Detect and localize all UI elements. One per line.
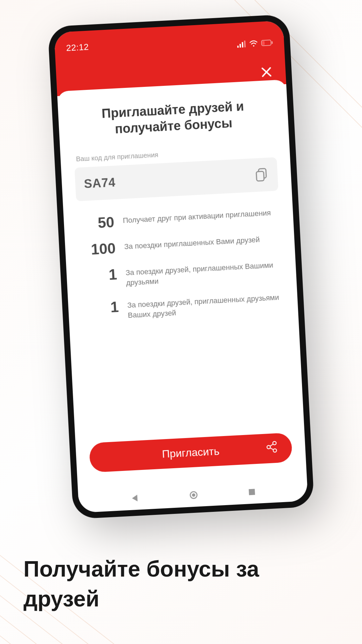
nav-back-icon[interactable] xyxy=(130,493,139,503)
reward-row: 50 Получает друг при активации приглашен… xyxy=(77,206,280,231)
status-bar: 22:12 xyxy=(66,29,273,57)
nav-home-icon[interactable] xyxy=(189,490,198,500)
svg-rect-7 xyxy=(237,46,239,48)
reward-row: 1 За поездки друзей, приглашенных друзья… xyxy=(81,291,285,323)
reward-text: За поездки друзей, приглашенных друзьями… xyxy=(127,291,285,320)
reward-text: За поездки приглашенных Вами друзей xyxy=(124,232,281,252)
share-icon xyxy=(265,441,278,456)
svg-point-11 xyxy=(253,45,254,47)
promo-headline: Получайте бонусы за друзей xyxy=(23,554,339,614)
reward-amount: 1 xyxy=(80,267,117,284)
copy-icon xyxy=(255,168,268,182)
svg-rect-18 xyxy=(256,171,264,181)
wifi-icon xyxy=(249,40,258,47)
reward-row: 1 За поездки друзей, приглашенных Вашими… xyxy=(80,258,283,290)
phone-mockup: 22:12 Приглашайте друзей и получайте бон… xyxy=(48,14,314,519)
reward-amount: 100 xyxy=(78,241,116,258)
svg-line-23 xyxy=(270,448,274,450)
battery-low-icon xyxy=(261,40,273,46)
close-button[interactable] xyxy=(258,64,275,80)
svg-line-22 xyxy=(270,444,273,446)
svg-rect-8 xyxy=(239,44,241,48)
svg-point-26 xyxy=(192,493,195,497)
svg-rect-10 xyxy=(244,41,246,47)
invite-button-label: Пригласить xyxy=(162,445,220,460)
content-card: Приглашайте друзей и получайте бонусы Ва… xyxy=(57,79,307,489)
status-time: 22:12 xyxy=(66,42,89,53)
signal-icon xyxy=(237,41,246,48)
copy-code-button[interactable] xyxy=(254,167,269,182)
status-icons xyxy=(237,39,273,48)
reward-amount: 50 xyxy=(77,215,115,231)
close-icon xyxy=(260,66,273,78)
reward-row: 100 За поездки приглашенных Вами друзей xyxy=(78,232,281,258)
reward-amount: 1 xyxy=(81,300,119,316)
svg-rect-27 xyxy=(249,489,255,495)
reward-text: Получает друг при активации приглашения xyxy=(123,206,280,225)
svg-rect-9 xyxy=(242,42,243,47)
svg-marker-24 xyxy=(132,495,137,502)
nav-recent-icon[interactable] xyxy=(248,488,256,496)
page-title: Приглашайте друзей и получайте бонусы xyxy=(71,97,275,139)
reward-text: За поездки друзей, приглашенных Вашими д… xyxy=(125,258,283,288)
referral-code-box: SA74 xyxy=(74,157,278,201)
svg-point-21 xyxy=(273,449,277,452)
svg-rect-13 xyxy=(262,41,265,45)
referral-code-value: SA74 xyxy=(84,175,116,191)
svg-rect-14 xyxy=(272,41,273,44)
